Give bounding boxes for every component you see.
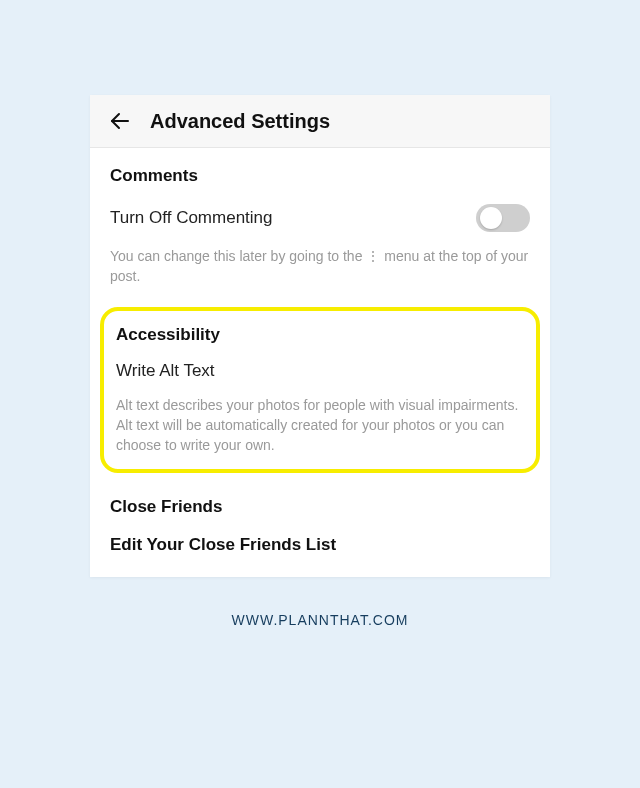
- accessibility-heading: Accessibility: [116, 325, 524, 345]
- page-title: Advanced Settings: [150, 110, 330, 133]
- turn-off-commenting-label: Turn Off Commenting: [110, 208, 273, 228]
- commenting-toggle[interactable]: [476, 204, 530, 232]
- footer-url: WWW.PLANNTHAT.COM: [232, 612, 409, 628]
- settings-card: Advanced Settings Comments Turn Off Comm…: [90, 95, 550, 577]
- write-alt-text-link[interactable]: Write Alt Text: [116, 361, 524, 381]
- header-bar: Advanced Settings: [90, 95, 550, 148]
- toggle-knob: [480, 207, 502, 229]
- comments-heading: Comments: [110, 166, 530, 186]
- accessibility-description: Alt text describes your photos for peopl…: [116, 395, 524, 456]
- turn-off-commenting-row: Turn Off Commenting: [110, 204, 530, 232]
- close-friends-section: Close Friends Edit Your Close Friends Li…: [90, 487, 550, 577]
- comments-section: Comments Turn Off Commenting You can cha…: [90, 148, 550, 299]
- close-friends-heading: Close Friends: [110, 497, 530, 517]
- accessibility-highlight: Accessibility Write Alt Text Alt text de…: [100, 307, 540, 474]
- back-arrow-icon[interactable]: [108, 109, 132, 133]
- comments-description: You can change this later by going to th…: [110, 246, 530, 287]
- edit-close-friends-link[interactable]: Edit Your Close Friends List: [110, 535, 530, 555]
